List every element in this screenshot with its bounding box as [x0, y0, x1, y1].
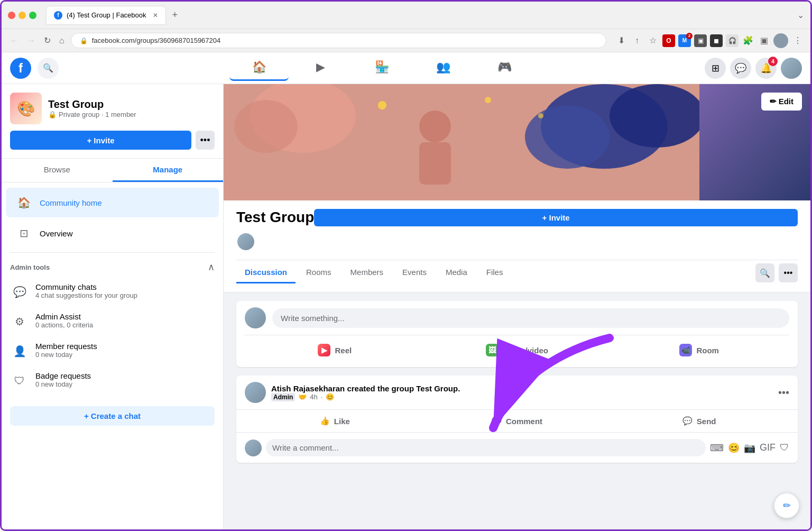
notifications-button[interactable]: 🔔 4 — [755, 58, 777, 79]
post-avatar — [245, 382, 266, 403]
maximize-traffic-light[interactable] — [29, 12, 36, 19]
active-tab[interactable]: f (4) Test Group | Facebook ✕ — [46, 6, 166, 25]
camera-icon[interactable]: 📷 — [744, 442, 755, 454]
home-button[interactable]: ⌂ — [57, 34, 67, 48]
author-name-text: Atish Rajasekharan — [271, 384, 345, 393]
svg-point-5 — [234, 100, 298, 153]
room-label: Room — [696, 346, 719, 355]
group-name: Test Group — [48, 98, 136, 111]
tab-close-icon[interactable]: ✕ — [153, 12, 158, 19]
send-icon: 💬 — [682, 416, 693, 426]
user-profile-button[interactable] — [781, 58, 802, 79]
tab-members[interactable]: Members — [342, 262, 392, 283]
tab-rooms[interactable]: Rooms — [298, 262, 340, 283]
facebook-logo[interactable]: f — [10, 58, 31, 79]
more-options-icon[interactable]: ⋮ — [791, 34, 804, 47]
nav-groups-button[interactable]: 👥 — [413, 56, 473, 81]
community-home-label: Community home — [40, 198, 102, 207]
tab-media[interactable]: Media — [437, 262, 476, 283]
nav-gaming-button[interactable]: 🎮 — [475, 56, 534, 81]
tab-files[interactable]: Files — [478, 262, 512, 283]
more-button[interactable]: ••• — [196, 131, 215, 150]
overview-icon: ⊡ — [14, 224, 33, 243]
extension-dark-icon[interactable]: ◼ — [710, 34, 723, 47]
composer-input[interactable]: Write something... — [272, 308, 789, 328]
reel-icon: ▶ — [318, 344, 330, 356]
composer-top: Write something... — [245, 307, 789, 328]
community-chats-item[interactable]: 💬 Community chats 4 chat suggestions for… — [2, 277, 223, 307]
bookmark-icon[interactable]: ☆ — [647, 34, 659, 47]
address-bar[interactable]: 🔒 facebook.com/groups/3609687015967204 — [71, 33, 606, 48]
gif-icon[interactable]: GIF — [760, 442, 776, 453]
post-author: Atish Rajasekharan created the group Tes… — [271, 384, 773, 401]
forward-button[interactable]: → — [25, 34, 38, 48]
more-tab-button[interactable]: ••• — [779, 263, 798, 282]
nav-home-button[interactable]: 🏠 — [229, 56, 289, 81]
fb-main: 🎨 Test Group 🔒 Private group · 1 member … — [2, 84, 810, 529]
member-requests-item[interactable]: 👤 Member requests 0 new today — [2, 336, 223, 366]
search-button[interactable]: 🔍 — [38, 58, 59, 79]
composer-actions: ▶ Reel 🖼 Photo/video 📹 Room — [245, 335, 789, 361]
close-traffic-light[interactable] — [8, 12, 15, 19]
comment-input[interactable]: Write a comment... — [266, 439, 706, 456]
search-tab-button[interactable]: 🔍 — [755, 263, 774, 282]
share-icon[interactable]: ↑ — [631, 34, 643, 47]
extension-red-icon[interactable]: O — [662, 34, 675, 47]
post-header: Atish Rajasekharan created the group Tes… — [236, 376, 798, 409]
facebook-topnav: f 🔍 🏠 ▶ 🏪 👥 🎮 ⊞ 💬 🔔 4 — [2, 52, 810, 84]
like-button[interactable]: 👍 Like — [245, 412, 425, 430]
tab-events[interactable]: Events — [394, 262, 435, 283]
community-home-nav-item[interactable]: 🏠 Community home — [6, 188, 219, 217]
overview-nav-item[interactable]: ⊡ Overview — [6, 218, 219, 248]
puzzle-icon[interactable]: 🧩 — [742, 34, 754, 47]
sidebar-toggle-icon[interactable]: ▣ — [758, 34, 770, 47]
group-info-text: Test Group 🔒 Private group · 1 member — [48, 98, 136, 118]
admin-assist-item[interactable]: ⚙ Admin Assist 0 actions, 0 criteria — [2, 307, 223, 336]
minimize-traffic-light[interactable] — [19, 12, 26, 19]
sticker-icon[interactable]: 🛡 — [780, 442, 789, 453]
admin-tools-toggle[interactable]: ∧ — [208, 261, 215, 273]
community-chats-desc: 4 chat suggestions for your group — [35, 291, 137, 299]
invite-button[interactable]: + Invite — [10, 131, 191, 150]
browser-profile-avatar[interactable] — [773, 33, 788, 48]
smiley-icon[interactable]: 😊 — [728, 442, 740, 454]
post-action-text: created the group — [347, 384, 416, 393]
extension-blue-icon[interactable]: M 2 — [678, 34, 691, 47]
composer-avatar — [245, 307, 266, 328]
nav-marketplace-button[interactable]: 🏪 — [352, 56, 411, 81]
photo-icon: 🖼 — [486, 344, 499, 356]
extension-headphone-icon[interactable]: 🎧 — [726, 34, 739, 47]
send-button[interactable]: 💬 Send — [609, 412, 789, 430]
create-chat-button[interactable]: + Create a chat — [10, 406, 215, 426]
group-avatar: 🎨 — [10, 93, 42, 124]
emoji-keyboard-icon[interactable]: ⌨ — [710, 442, 724, 454]
reel-action-button[interactable]: ▶ Reel — [245, 340, 425, 361]
new-tab-button[interactable]: + — [168, 7, 182, 23]
back-button[interactable]: ← — [8, 34, 21, 48]
tab-discussion[interactable]: Discussion — [236, 262, 296, 283]
browse-tab[interactable]: Browse — [2, 159, 113, 182]
url-text: facebook.com/groups/3609687015967204 — [92, 36, 221, 44]
post-time: 4h — [310, 393, 317, 401]
download-icon[interactable]: ⬇ — [615, 34, 628, 47]
group-title: Test Group — [236, 209, 314, 226]
badge-requests-item[interactable]: 🛡 Badge requests 0 new today — [2, 366, 223, 396]
room-action-button[interactable]: 📹 Room — [609, 340, 789, 361]
messenger-button[interactable]: 💬 — [730, 58, 751, 79]
nav-video-button[interactable]: ▶ — [291, 56, 350, 81]
reload-button[interactable]: ↻ — [42, 33, 53, 48]
privacy-icon: 😊 — [326, 393, 334, 401]
post-meta: Admin 🤝 4h · 😊 — [271, 393, 773, 401]
tabs-actions: 🔍 ••• — [755, 263, 798, 282]
browser-frame: f (4) Test Group | Facebook ✕ + ⌄ ← → ↻ … — [0, 0, 812, 531]
post-more-button[interactable]: ••• — [778, 387, 789, 399]
apps-grid-button[interactable]: ⊞ — [705, 58, 726, 79]
floating-compose-button[interactable]: ✏ — [774, 493, 799, 518]
edit-cover-button[interactable]: ✏ Edit — [761, 93, 802, 111]
admin-badge: Admin — [271, 393, 295, 401]
extension-camera-icon[interactable]: ▣ — [694, 34, 707, 47]
main-invite-button[interactable]: + Invite — [314, 209, 798, 226]
comment-button[interactable]: 💬 Comment — [427, 412, 607, 430]
manage-tab[interactable]: Manage — [113, 159, 224, 182]
photo-video-action-button[interactable]: 🖼 Photo/video — [427, 340, 607, 361]
